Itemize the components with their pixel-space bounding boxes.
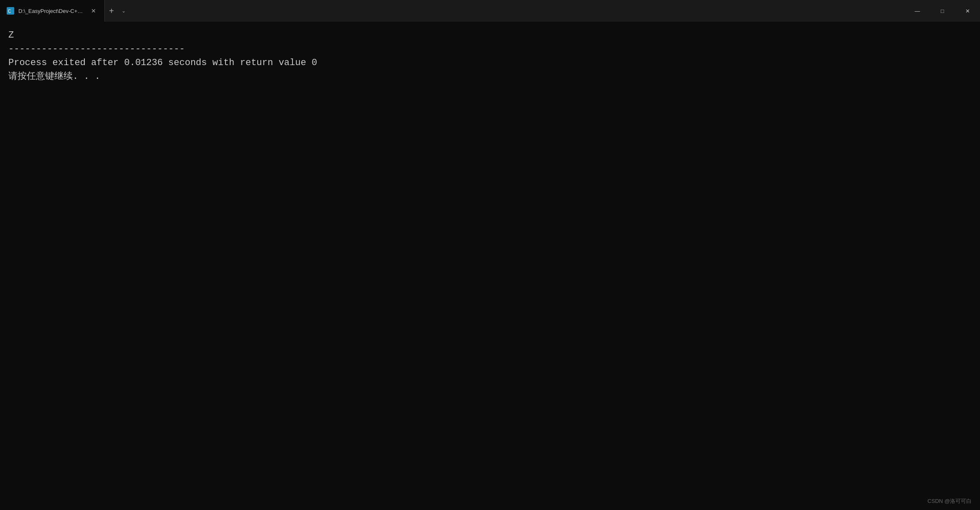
new-tab-button[interactable]: + bbox=[105, 5, 118, 17]
titlebar-left: C D:\_EasyProject\Dev-C++\Cor ✕ + ⌄ bbox=[0, 0, 129, 22]
tab-close-button[interactable]: ✕ bbox=[89, 7, 98, 15]
terminal-body[interactable]: Z -------------------------------- Proce… bbox=[0, 22, 980, 510]
titlebar: C D:\_EasyProject\Dev-C++\Cor ✕ + ⌄ — □ … bbox=[0, 0, 980, 22]
tab-title: D:\_EasyProject\Dev-C++\Cor bbox=[18, 8, 85, 14]
output-line-5: 请按任意键继续. . . bbox=[8, 70, 972, 83]
window-controls: — □ ✕ bbox=[905, 0, 980, 22]
terminal-window: C D:\_EasyProject\Dev-C++\Cor ✕ + ⌄ — □ … bbox=[0, 0, 980, 510]
maximize-button[interactable]: □ bbox=[930, 0, 955, 22]
active-tab[interactable]: C D:\_EasyProject\Dev-C++\Cor ✕ bbox=[0, 0, 105, 22]
output-line-4: Process exited after 0.01236 seconds wit… bbox=[8, 56, 972, 70]
svg-text:C: C bbox=[8, 9, 11, 15]
watermark: CSDN @洛可可白 bbox=[927, 497, 972, 505]
tab-dropdown-button[interactable]: ⌄ bbox=[118, 6, 129, 15]
close-button[interactable]: ✕ bbox=[955, 0, 980, 22]
minimize-button[interactable]: — bbox=[905, 0, 930, 22]
terminal-icon: C bbox=[7, 7, 14, 15]
output-line-3: -------------------------------- bbox=[8, 42, 972, 56]
output-line-1: Z bbox=[8, 28, 972, 42]
